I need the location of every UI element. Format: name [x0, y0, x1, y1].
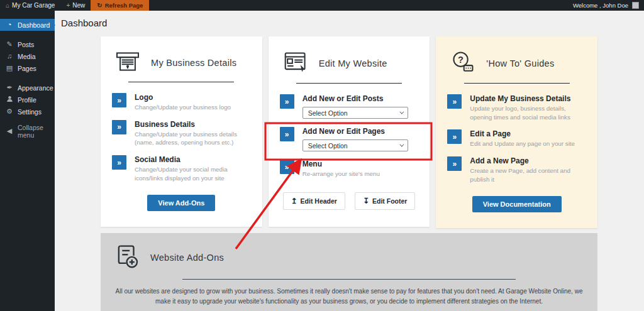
card-title: 'How To' Guides [486, 58, 554, 68]
site-name-label: My Car Garage [12, 2, 55, 9]
double-chevron-icon: » [280, 94, 294, 109]
chevron-down-icon [399, 143, 404, 147]
refresh-icon: ↻ [97, 3, 102, 9]
sidebar-item-label: Collapse menu [18, 124, 55, 139]
pages-select[interactable]: Select Option [303, 139, 408, 151]
sidebar-item-label: Appearance [18, 84, 53, 92]
item-desc: Create a new Page, add content and publi… [470, 166, 586, 183]
edit-footer-button[interactable]: ↧ Edit Footer [355, 192, 415, 210]
item-title[interactable]: Update My Business Details [470, 94, 586, 103]
addons-description: All our websites are designed to grow wi… [109, 286, 589, 306]
view-addons-button[interactable]: View Add-Ons [147, 195, 215, 211]
sidebar-item-collapse-menu[interactable]: ◀ Collapse menu [0, 125, 55, 137]
sidebar-item-posts[interactable]: ✎ Posts [0, 38, 55, 50]
business-details-card: My Business Details » Logo Change/Update… [101, 36, 262, 227]
sidebar-separator [0, 74, 55, 82]
main-content: Dashboard My Business Details [55, 11, 644, 311]
site-name-menu[interactable]: ⌂ My Car Garage [0, 0, 60, 11]
sidebar-item-dashboard[interactable]: ◔ Dashboard [0, 19, 55, 31]
question-guide-icon: ? [450, 51, 476, 76]
item-title[interactable]: Add New or Edit Posts [303, 94, 408, 103]
item-title[interactable]: Edit a Page [470, 129, 575, 138]
card-header: Edit My Website [280, 51, 419, 76]
button-label: Edit Footer [372, 197, 407, 205]
card-title: Edit My Website [319, 58, 387, 68]
item-title[interactable]: Business Details [135, 120, 251, 129]
item-desc: Change/Update your social media icons/li… [135, 165, 251, 182]
item-title[interactable]: Social Media [135, 155, 251, 164]
double-chevron-icon: » [447, 129, 462, 144]
sidebar-item-label: Pages [18, 65, 36, 72]
edit-a-page-guide[interactable]: » Edit a Page Edit and Update any page o… [447, 129, 586, 148]
sidebar-item-profile[interactable]: Profile [0, 94, 55, 106]
website-addons-section: Website Add-Ons All our websites are des… [101, 233, 597, 311]
divider [128, 82, 234, 82]
update-business-details-guide[interactable]: » Update My Business Details Update your… [447, 94, 586, 121]
dashboard-icon: ◔ [6, 21, 13, 28]
business-details-item[interactable]: » Business Details Change/Update your bu… [112, 120, 251, 147]
sidebar-item-label: Dashboard [18, 21, 50, 29]
new-label: New [72, 2, 85, 9]
refresh-label: Refresh Page [105, 2, 143, 9]
divider [464, 83, 570, 84]
double-chevron-icon: » [280, 160, 294, 174]
item-title[interactable]: Menu [303, 160, 380, 168]
item-title[interactable]: Add a New Page [470, 156, 586, 165]
add-new-page-guide[interactable]: » Add a New Page Create a new Page, add … [447, 156, 586, 183]
pages-icon: ▤ [6, 65, 13, 72]
addons-title: Website Add-Ons [150, 253, 224, 263]
welcome-label: Welcome , John Doe [573, 2, 628, 9]
sidebar-item-settings[interactable]: ⚙ Settings [0, 106, 55, 117]
card-header: My Business Details [112, 51, 251, 75]
sidebar-item-label: Posts [18, 41, 34, 48]
sidebar-item-media[interactable]: ♫ Media [0, 50, 55, 62]
home-icon: ⌂ [6, 3, 9, 9]
sidebar-item-label: Profile [18, 96, 36, 104]
card-title: My Business Details [151, 58, 236, 68]
double-chevron-icon: » [447, 94, 462, 109]
sidebar-item-label: Settings [18, 108, 42, 116]
item-title[interactable]: Logo [135, 93, 231, 102]
item-desc: Change/Update your business logo [135, 103, 231, 112]
wordpress-dashboard-screen: ⌂ My Car Garage + New ↻ Refresh Page Wel… [0, 0, 644, 311]
header-footer-buttons: ↥ Edit Header ↧ Edit Footer [280, 192, 419, 210]
item-desc: Re-arrange your site's menu [303, 170, 380, 178]
item-title[interactable]: Add New or Edit Pages [303, 127, 408, 136]
divider [296, 83, 402, 84]
edit-website-card: Edit My Website » Add New or Edit Posts … [269, 36, 430, 227]
refresh-page-button[interactable]: ↻ Refresh Page [91, 0, 149, 11]
double-chevron-icon: » [447, 156, 462, 171]
select-value: Select Option [308, 142, 348, 150]
divider [182, 279, 516, 280]
sidebar-item-appearance[interactable]: ✒ Appearance [0, 82, 55, 94]
profile-icon [6, 95, 13, 104]
item-desc: Change/Update your business details (nam… [135, 130, 251, 147]
media-icon: ♫ [6, 53, 13, 60]
select-value: Select Option [308, 109, 348, 117]
settings-icon: ⚙ [6, 108, 13, 115]
dashboard-cards-row: My Business Details » Logo Change/Update… [101, 36, 597, 228]
card-header: ? 'How To' Guides [447, 51, 586, 76]
item-desc: Edit and Update any page on your site [470, 139, 575, 148]
new-menu[interactable]: + New [60, 0, 91, 11]
account-menu[interactable]: Welcome , John Doe [573, 2, 644, 9]
garage-icon [114, 51, 141, 75]
view-documentation-button[interactable]: View Documentation [472, 196, 562, 212]
item-desc: Update your logo, business details, open… [470, 104, 586, 121]
social-media-item[interactable]: » Social Media Change/Update your social… [112, 155, 251, 182]
edit-header-button[interactable]: ↥ Edit Header [283, 192, 345, 210]
posts-select[interactable]: Select Option [303, 107, 408, 119]
arrow-down-icon: ↧ [363, 197, 369, 205]
add-edit-posts-item: » Add New or Edit Posts Select Option [280, 94, 419, 119]
sidebar-item-pages[interactable]: ▤ Pages [0, 62, 55, 74]
double-chevron-icon: » [112, 93, 126, 107]
logo-item[interactable]: » Logo Change/Update your business logo [112, 93, 251, 112]
admin-sidebar: ◔ Dashboard ✎ Posts ♫ Media ▤ Pages ✒ Ap… [0, 11, 55, 311]
sidebar-separator [0, 31, 55, 38]
page-title: Dashboard [61, 18, 644, 28]
button-label: Edit Header [301, 197, 337, 205]
menu-item[interactable]: » Menu Re-arrange your site's menu [280, 160, 419, 178]
double-chevron-icon: » [112, 120, 126, 134]
admin-bar: ⌂ My Car Garage + New ↻ Refresh Page Wel… [0, 0, 644, 11]
addons-header: Website Add-Ons [101, 233, 597, 271]
